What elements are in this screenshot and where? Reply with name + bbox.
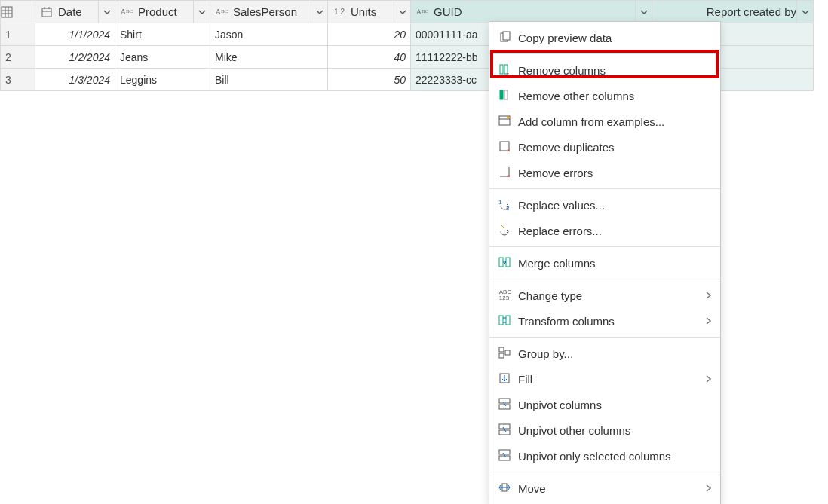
col-header-units: 1.2 Units [328,1,411,23]
menu-replace-values[interactable]: Replace values... [489,192,720,218]
menu-remove-duplicates[interactable]: Remove duplicates [489,134,720,160]
menu-separator [489,279,720,279]
col-header-date: Date [35,1,115,23]
fill-icon [495,372,515,386]
calendar-icon [38,5,55,19]
filter-dropdown[interactable] [311,1,327,23]
col-label: SalesPerson [232,5,311,18]
add-col-examples-icon [495,115,515,128]
remove-duplicates-icon [495,140,515,154]
col-label: Report created by [673,5,796,18]
menu-unpivot-selected[interactable]: Unpivot only selected columns [489,443,720,469]
menu-group-by[interactable]: Group by... [489,341,720,366]
menu-replace-errors[interactable]: Replace errors... [489,218,720,243]
menu-fill[interactable]: Fill [489,366,720,392]
col-header-salesperson: ABC SalesPerson [210,1,328,23]
number-type-icon: 1.2 [331,5,348,19]
abc-type-icon: ABC [213,5,230,19]
unpivot-selected-icon [495,449,515,463]
filter-dropdown[interactable] [98,1,115,23]
chevron-right-icon [702,317,713,325]
menu-remove-errors[interactable]: Remove errors [489,160,720,185]
menu-merge-columns[interactable]: Merge columns [489,250,720,276]
table-corner[interactable] [1,1,35,23]
chevron-right-icon [702,292,713,299]
transform-columns-icon [495,314,515,328]
replace-errors-icon [495,224,515,237]
col-header-guid: ABC GUID [411,1,652,23]
change-type-icon: ABC 123 [495,289,515,301]
menu-change-type[interactable]: ABC 123 Change type [489,283,720,308]
copy-icon [495,31,515,44]
abc-type-icon: ABC [118,5,135,19]
menu-separator [489,337,720,338]
menu-separator [489,246,720,247]
row-number[interactable]: 3 [1,69,35,91]
chevron-right-icon [702,484,713,492]
filter-dropdown[interactable] [394,1,410,23]
menu-transform-columns[interactable]: Transform columns [489,308,720,334]
col-label: Units [349,5,394,18]
menu-separator [489,472,720,472]
filter-dropdown[interactable] [796,1,813,23]
abc-type-icon: ABC [414,5,431,19]
keep-columns-icon [495,89,515,102]
replace-values-icon [495,198,515,212]
menu-copy-preview[interactable]: Copy preview data [489,25,720,50]
column-context-menu: Copy preview data Remove columns Remove … [489,21,721,504]
group-by-icon [495,347,515,360]
row-number[interactable]: 1 [1,23,35,46]
unpivot-other-icon [495,423,515,437]
unpivot-icon [495,398,515,411]
menu-separator [489,188,720,189]
col-header-createdby: A Report created by [652,1,814,23]
menu-move[interactable]: Move [489,475,720,501]
menu-remove-other-columns[interactable]: Remove other columns [489,83,720,108]
menu-remove-columns[interactable]: Remove columns [489,57,720,83]
menu-add-from-examples[interactable]: Add column from examples... [489,108,720,134]
merge-columns-icon [495,256,515,270]
filter-dropdown[interactable] [193,1,210,23]
menu-separator [489,53,720,54]
remove-columns-icon [495,63,515,77]
remove-errors-icon [495,166,515,179]
col-label: Date [57,5,98,18]
filter-dropdown[interactable] [635,1,652,23]
col-label: Product [136,5,193,18]
col-header-product: ABC Product [115,1,210,23]
menu-unpivot-other[interactable]: Unpivot other columns [489,417,720,443]
menu-unpivot-columns[interactable]: Unpivot columns [489,392,720,417]
row-number[interactable]: 2 [1,46,35,69]
move-icon [495,481,515,495]
chevron-right-icon [702,375,713,383]
col-label: GUID [432,5,635,18]
